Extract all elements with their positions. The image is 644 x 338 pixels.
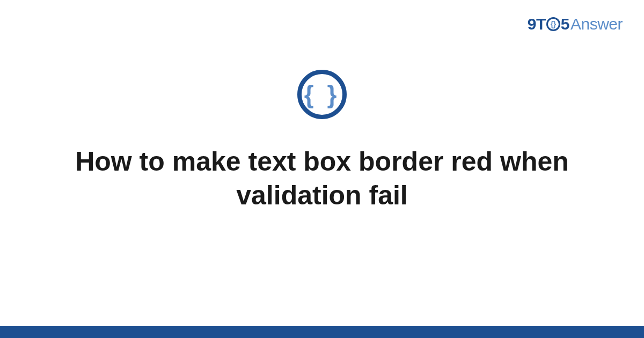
logo-text-5: 5 xyxy=(561,15,569,33)
code-braces-icon: { } xyxy=(304,82,340,107)
site-logo: 9T {} 5 Answer xyxy=(528,15,623,33)
logo-clock-inner: {} xyxy=(551,20,556,28)
logo-clock-icon: {} xyxy=(546,17,560,31)
logo-text-answer: Answer xyxy=(570,15,623,33)
main-content: { } How to make text box border red when… xyxy=(0,70,644,212)
logo-text-9t: 9T xyxy=(528,15,546,33)
page-title: How to make text box border red when val… xyxy=(64,145,580,212)
footer-bar xyxy=(0,326,644,338)
topic-icon-circle: { } xyxy=(297,70,347,119)
